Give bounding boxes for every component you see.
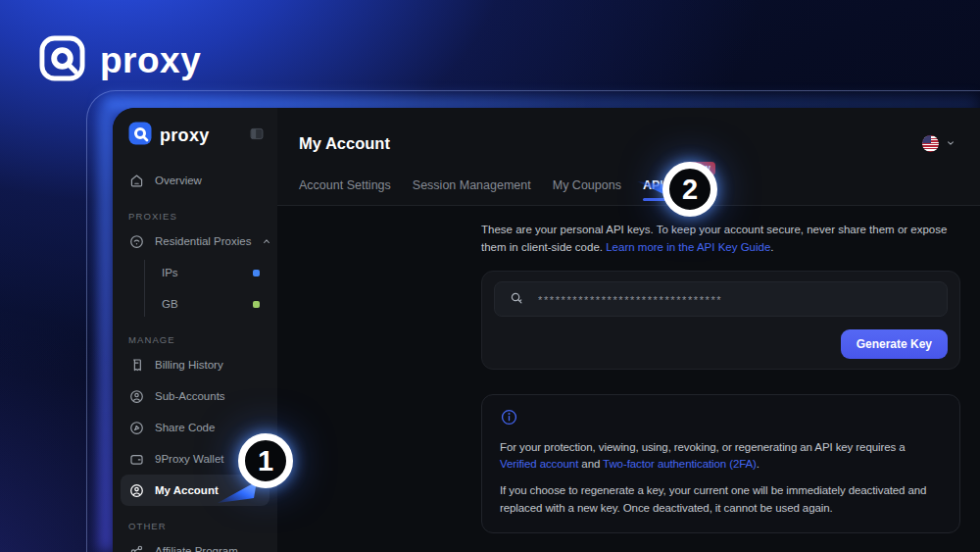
app-logo-icon [128, 122, 152, 149]
sidebar-subitem-gb[interactable]: GB [144, 288, 277, 320]
masked-api-key: ******************************** [538, 294, 722, 306]
two-factor-link[interactable]: Two-factor authentication (2FA) [603, 458, 757, 470]
home-icon [128, 173, 145, 189]
user-circle-icon [128, 482, 145, 499]
tab-my-coupons[interactable]: My Coupons [553, 173, 621, 205]
wallet-icon [128, 451, 145, 468]
tab-session-management[interactable]: Session Management [413, 173, 531, 205]
info-text: . [757, 458, 760, 470]
description-period: . [770, 241, 773, 253]
sidebar-section-other: OTHER [113, 506, 277, 535]
sidebar-item-label: Sub-Accounts [155, 390, 262, 402]
brand-logo: proxy [39, 35, 201, 85]
residential-subtree: IPs GB [144, 257, 277, 320]
screenshot-canvas: proxy proxy [0, 0, 980, 552]
chevron-up-icon[interactable] [261, 235, 272, 247]
sidebar-item-sub-accounts[interactable]: Sub-Accounts [121, 380, 270, 412]
sidebar-item-residential-proxies[interactable]: Residential Proxies [121, 226, 270, 257]
sidebar-item-label: Billing History [155, 359, 262, 371]
api-key-guide-link[interactable]: Learn more in the API Key Guide [606, 241, 770, 253]
info-icon [500, 408, 518, 427]
brand-wordmark: proxy [100, 40, 201, 81]
ips-badge [253, 270, 260, 276]
step-2-badge: 2 [662, 162, 717, 217]
main-header: My Account [277, 108, 980, 165]
language-selector[interactable] [922, 135, 956, 152]
brand-logo-icon [39, 35, 85, 85]
subitem-label: GB [162, 298, 178, 310]
info-paragraph-2: If you choose to regenerate a key, your … [500, 482, 942, 518]
sidebar-collapse-icon[interactable] [248, 125, 266, 146]
us-flag-icon [922, 135, 939, 152]
api-key-field[interactable]: ******************************** [494, 281, 948, 317]
step-1-badge: 1 [238, 433, 293, 488]
sidebar-section-manage: MANAGE [113, 320, 277, 349]
sidebar-item-billing-history[interactable]: Billing History [121, 349, 270, 380]
sidebar-item-label: Share Code [155, 422, 262, 433]
gb-badge [253, 301, 260, 308]
api-key-content: These are your personal API keys. To kee… [277, 206, 980, 552]
tab-account-settings[interactable]: Account Settings [299, 173, 391, 205]
info-text: and [578, 458, 603, 470]
generate-key-button[interactable]: Generate Key [841, 329, 948, 359]
sidebar-subitem-ips[interactable]: IPs [144, 257, 277, 288]
info-paragraph-1: For your protection, viewing, using, rev… [500, 439, 942, 475]
sidebar-section-proxies: PROXIES [113, 196, 277, 226]
api-key-info-panel: For your protection, viewing, using, rev… [481, 394, 960, 533]
info-text: For your protection, viewing, using, rev… [500, 441, 906, 453]
sidebar-item-share-code[interactable]: Share Code [121, 412, 270, 443]
sidebar-item-overview[interactable]: Overview [121, 165, 270, 196]
window-glow-left [99, 110, 113, 552]
share-nodes-icon [128, 543, 145, 552]
sidebar-item-affiliate-program[interactable]: Affiliate Program [121, 535, 270, 552]
page-title: My Account [299, 134, 390, 153]
app-logo-wordmark: proxy [160, 125, 210, 146]
tab-bar: Account Settings Session Management My C… [277, 173, 980, 206]
api-key-card: ******************************** Generat… [481, 271, 960, 370]
subitem-label: IPs [162, 267, 178, 278]
sidebar-header: proxy [113, 108, 277, 151]
sidebar-item-label: Affiliate Program [155, 545, 262, 552]
chevron-down-icon [945, 137, 956, 149]
sidebar-item-label: Residential Proxies [155, 235, 251, 247]
receipt-icon [128, 357, 145, 374]
main-panel: My Account Account Settings Session Mana… [277, 108, 980, 552]
share-arrow-icon [128, 420, 145, 436]
verified-account-link[interactable]: Verified account [500, 458, 578, 470]
api-key-description: These are your personal API keys. To kee… [481, 222, 960, 257]
key-icon [509, 290, 525, 307]
sidebar-item-label: Overview [155, 175, 262, 186]
globe-network-icon [128, 233, 145, 250]
user-circle-icon [128, 388, 145, 405]
